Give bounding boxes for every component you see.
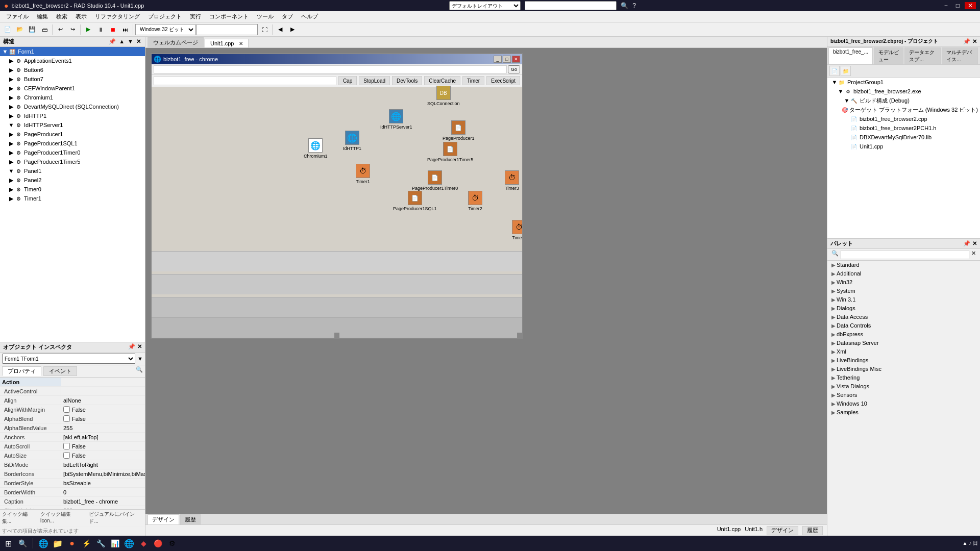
help-icon[interactable]: ? (632, 2, 636, 9)
toolbar-new[interactable]: 📄 (2, 24, 13, 35)
menu-item-表示[interactable]: 表示 (71, 12, 91, 21)
taskbar-edge[interactable]: 🌐 (37, 537, 50, 549)
tab-events[interactable]: イベント (43, 366, 77, 376)
platform-select[interactable]: Windows 32 ビット (135, 24, 195, 35)
taskbar-app4[interactable]: ◆ (137, 537, 150, 549)
minimize-button[interactable]: − (941, 2, 951, 9)
palette-clear-icon[interactable]: ✕ (969, 250, 978, 259)
rp-tab-1[interactable]: モデルビュー (874, 47, 903, 64)
proj-tree-item[interactable]: 🎯ターゲット プラットフォーム (Windows 32 ビット) (827, 105, 980, 114)
tree-item-Chromium1[interactable]: ▶⚙Chromium1 (0, 93, 145, 102)
title-search-input[interactable] (525, 1, 617, 10)
taskbar-app6[interactable]: ⚙ (166, 537, 178, 549)
tree-item-CEFWindowParent1[interactable]: ▶⚙CEFWindowParent1 (0, 84, 145, 93)
proj-tb-1[interactable]: 📄 (829, 66, 840, 76)
quick-link-ビジュアルにバインド...[interactable]: ビジュアルにバインド... (89, 511, 143, 525)
proj-tree-item[interactable]: 📄bizbot1_free_browser2PCH1.h (827, 123, 980, 133)
component-timer2[interactable]: ⏱ Timer2 (468, 191, 482, 211)
status-design[interactable]: デザイン (767, 526, 798, 535)
taskbar-explorer[interactable]: 📁 (52, 537, 64, 549)
project-close[interactable]: ✕ (972, 38, 977, 45)
structure-close[interactable]: ✕ (135, 38, 142, 45)
prop-value-alignwithmargin[interactable]: False (61, 405, 145, 414)
component-idhttp1[interactable]: 🌐 IdHTTP1 (343, 131, 361, 151)
tree-item-Panel1[interactable]: ▼⚙Panel1 (0, 166, 145, 176)
quick-link-クイック編集icon...[interactable]: クイック編集 Icon... (40, 511, 85, 525)
component-timer3[interactable]: ⏱ Timer3 (505, 170, 519, 191)
structure-up[interactable]: ▲ (118, 38, 126, 45)
obj-search-icon[interactable]: 🔍 (136, 366, 143, 376)
palette-item-vistadialogs[interactable]: ▶Vista Dialogs (827, 382, 980, 391)
palette-item-dataaccess[interactable]: ▶Data Access (827, 313, 980, 321)
toolbar-open[interactable]: 📂 (14, 24, 26, 35)
center-tab-履歴[interactable]: 履歴 (180, 514, 201, 524)
obj-inspector-close[interactable]: ✕ (137, 343, 142, 351)
taskbar-start[interactable]: ⊞ (2, 537, 14, 549)
layout-select[interactable]: デフォルトレイアウト (449, 1, 521, 10)
go-input[interactable] (154, 65, 507, 73)
btn-cap[interactable]: Cap (338, 76, 357, 85)
center-tab-デザイン[interactable]: デザイン (148, 514, 179, 524)
prop-value-caption[interactable]: bizbot1_free - chrome (61, 497, 145, 506)
palette-item-dbexpress[interactable]: ▶dbExpress (827, 330, 980, 339)
component-pageproducer1sql1[interactable]: 📄 PageProducer1SQL1 (393, 191, 437, 211)
palette-search-input[interactable] (841, 250, 969, 259)
toolbar-saveall[interactable]: 🗃 (39, 24, 50, 35)
menu-item-ファイル[interactable]: ファイル (2, 12, 33, 21)
menu-item-編集[interactable]: 編集 (33, 12, 52, 21)
taskbar-app3[interactable]: 📊 (109, 537, 121, 549)
status-history[interactable]: 履歴 (802, 526, 823, 535)
menu-item-タブ[interactable]: タブ (278, 12, 297, 21)
tree-item-Form1[interactable]: ▼🪟Form1 (0, 47, 145, 56)
btn-execscript[interactable]: ExecScript (486, 76, 520, 85)
proj-tree-item[interactable]: ▼📁ProjectGroup1 (827, 78, 980, 87)
search-box[interactable] (197, 24, 258, 35)
tree-item-IdHTTPServer1[interactable]: ▼⚙IdHTTPServer1 (0, 120, 145, 130)
proj-tree-item[interactable]: 📄Unit1.cpp (827, 142, 980, 151)
structure-pin[interactable]: 📌 (108, 38, 117, 45)
tree-item-DevartMySQLDirect(SQLConnection)[interactable]: ▶⚙DevartMySQLDirect (SQLConnection) (0, 102, 145, 111)
proj-tree-item[interactable]: ▼🔨ビルド構成 (Debug) (827, 96, 980, 105)
tree-item-Timer0[interactable]: ▶⚙Timer0 (0, 185, 145, 194)
btn-clearcache[interactable]: ClearCache (424, 76, 460, 85)
tree-item-PageProducer1Timer0[interactable]: ▶⚙PageProducer1Timer0 (0, 148, 145, 157)
checkbox-alignwithmargin[interactable] (63, 406, 70, 413)
prop-value-activecontrol[interactable] (61, 387, 145, 395)
prop-value-borderwidth[interactable]: 0 (61, 488, 145, 496)
palette-item-datacontrols[interactable]: ▶Data Controls (827, 321, 980, 330)
toolbar-pause[interactable]: ⏸ (95, 24, 106, 35)
prop-value-align[interactable]: alNone (61, 396, 145, 405)
go-button[interactable]: Go (508, 65, 520, 73)
palette-item-windows10[interactable]: ▶Windows 10 (827, 399, 980, 408)
tree-item-Button7[interactable]: ▶⚙Button7 (0, 74, 145, 84)
menu-item-ヘルプ[interactable]: ヘルプ (297, 12, 322, 21)
component-sqlconnection[interactable]: DB SQLConnection (427, 86, 460, 106)
menu-item-ツール[interactable]: ツール (253, 12, 278, 21)
rp-tab-3[interactable]: マルチデバイス... (942, 47, 978, 64)
checkbox-alphablend[interactable] (63, 415, 70, 422)
palette-item-win3.1[interactable]: ▶Win 3.1 (827, 295, 980, 304)
prop-value-autoscroll[interactable]: False (61, 442, 145, 450)
form-close[interactable]: ✕ (512, 56, 520, 63)
taskbar-app5[interactable]: 🔴 (152, 537, 164, 549)
taskbar-app1[interactable]: ⚡ (80, 537, 92, 549)
checkbox-autosize[interactable] (63, 452, 70, 459)
taskbar-app2[interactable]: 🔧 (94, 537, 107, 549)
rp-tab-2[interactable]: データエクスプ... (904, 47, 941, 64)
taskbar-chrome[interactable]: 🌐 (123, 537, 135, 549)
toolbar-save[interactable]: 💾 (27, 24, 38, 35)
rp-tab-0[interactable]: bizbot1_free_... (828, 47, 873, 64)
proj-tree-item[interactable]: 📄bizbot1_free_browser2.cpp (827, 114, 980, 123)
tree-item-PageProducer1Timer5[interactable]: ▶⚙PageProducer1Timer5 (0, 157, 145, 166)
menu-item-実行[interactable]: 実行 (186, 12, 205, 21)
structure-down[interactable]: ▼ (127, 38, 134, 45)
toolbar-redo[interactable]: ↪ (67, 24, 78, 35)
component-pageproducer1timer5[interactable]: 📄 PageProducer1Timer5 (427, 142, 473, 162)
palette-item-xml[interactable]: ▶Xml (827, 347, 980, 356)
url-input[interactable]: http://www.dw-dev.com/trade1/webdb.cgi?-… (154, 76, 336, 85)
toolbar-undo[interactable]: ↩ (55, 24, 66, 35)
prop-value-action[interactable] (61, 378, 145, 386)
toolbar-back[interactable]: ◀ (275, 24, 286, 35)
form-minimize[interactable]: _ (494, 56, 502, 63)
btn-stopload[interactable]: StopLoad (359, 76, 390, 85)
